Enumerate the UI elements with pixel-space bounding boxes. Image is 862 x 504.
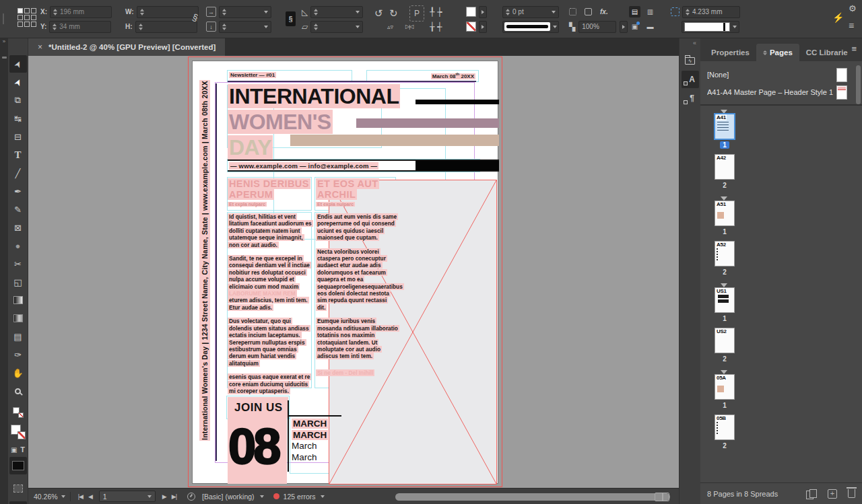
note-tool[interactable]: ▤ [9,328,27,345]
new-page-icon[interactable]: + [828,489,837,499]
cc-libraries-panel-icon[interactable]: ϟ [682,52,699,69]
gear-icon[interactable]: ⚙ [849,3,857,14]
text-wrap-none-icon[interactable]: ▤ [629,6,640,17]
type-tool[interactable]: T [9,146,27,164]
free-transform-tool[interactable]: ◱ [9,273,27,291]
tab-cc-libraries[interactable]: CC Librarie [799,44,855,61]
page-thumbnail[interactable]: US2 [715,328,734,353]
align-bottom-icon[interactable]: ╁ [430,22,434,32]
view-options-button[interactable] [9,480,27,497]
page-item[interactable]: A52 2 [711,242,738,277]
pen-tool[interactable]: ✒ [9,182,27,200]
close-tab-icon[interactable]: × [38,42,42,52]
spread-expander-icon[interactable] [711,108,738,114]
frame-options-icon[interactable] [585,8,592,15]
swap-fill-stroke[interactable] [9,404,27,421]
preflight-icon[interactable] [187,493,195,501]
page-thumbnail[interactable]: 05B [715,415,734,439]
direct-selection-tool[interactable]: ➤ [9,73,27,91]
page-tool[interactable]: ⧉ [9,92,27,109]
masters-scrollbar[interactable] [856,65,861,104]
corner-options-icon[interactable] [569,8,576,15]
page-thumbnail[interactable]: A41 [715,114,734,139]
dock-grip[interactable] [2,57,7,59]
effects-icon[interactable]: fx. [600,8,608,15]
quick-actions-icon[interactable]: ⚡ [832,12,844,23]
col2-body-text[interactable]: Endis aut eum venis dis same poreperrume… [316,213,398,383]
col1-body-text[interactable]: Id quistist, hilitias et vent litatium f… [228,213,312,401]
gap-tool[interactable]: ↹ [9,110,27,127]
eyedropper-tool[interactable]: ✑ [9,346,27,363]
page-thumbnail[interactable]: A51 [715,201,734,225]
y-field[interactable]: 34 mm [49,21,111,33]
text-wrap-bounding-icon[interactable]: ▥ [644,6,656,17]
zoom-tool[interactable] [9,382,27,400]
fill-swatch[interactable] [466,7,476,17]
page-item[interactable]: A41 1 [711,114,738,150]
page-thumbnail[interactable]: 05A [715,375,734,399]
master-item-a41[interactable]: A41-A4 Master Page – Header Style 1 [707,83,857,101]
panel-menu-icon[interactable]: ≡ [849,20,854,31]
horizontal-scrollbar[interactable] [395,493,670,501]
frame-fitting-icon[interactable] [671,7,679,16]
expand-dock-icon[interactable]: » [0,38,8,44]
stroke-swatch[interactable] [466,22,476,32]
document-tab[interactable]: × *Untitled-2 @ 40% [GPU Preview] [Conve… [28,38,225,56]
delete-page-icon[interactable] [848,489,855,498]
w-field[interactable] [137,6,199,18]
text-wrap-shape-icon[interactable]: ▣ [629,21,640,32]
spread-expander-icon[interactable] [711,195,738,201]
page-thumbnail[interactable]: A42 [715,155,734,179]
zoom-level[interactable]: 40.26% [34,493,58,501]
preflight-profile[interactable]: [Basic] (working) [202,493,255,501]
content-collector-tool[interactable]: ⊟ [9,128,27,145]
gap-width-field[interactable]: 4.233 mm [682,6,740,18]
stroke-weight-field[interactable]: 0 pt [502,6,559,18]
page-item[interactable]: 05A 1 [711,375,738,410]
swatch-select[interactable] [682,21,739,33]
link-scale-icon[interactable]: § [286,11,296,26]
opacity-field[interactable]: 100% [578,21,616,33]
y-stepper[interactable] [53,24,57,30]
canvas[interactable]: Newsletter — #01 March 08th 20XX Interna… [28,56,679,488]
w-stepper[interactable] [140,9,144,15]
opacity-options-button[interactable] [620,21,628,33]
error-count[interactable]: 125 errors [284,493,316,501]
content-grabber-proxy[interactable]: P [409,5,424,22]
panel-menu-icon[interactable]: ≡ [851,44,857,54]
x-field[interactable]: 196 mm [50,6,112,18]
page-item[interactable]: US2 2 [711,328,738,364]
page-number-field[interactable]: 1 [99,491,156,502]
panel-drag-handle[interactable] [3,13,4,24]
ellipse-tool[interactable]: ● [9,237,27,254]
scale-x-field[interactable] [219,6,271,18]
stroke-style-select[interactable] [502,21,559,33]
collapse-panels-icon[interactable]: « [679,38,700,50]
align-center-icon[interactable]: ┾ [437,7,442,17]
flip-vertical-icon[interactable]: ▵▿ [387,22,393,32]
x-stepper[interactable] [53,9,57,15]
shear-angle-field[interactable] [310,21,363,33]
rotate-cw-icon[interactable]: ↻ [389,8,398,19]
page-item[interactable]: 05B 2 [711,415,738,451]
spread-expander-icon[interactable] [711,282,738,288]
gradient-tool[interactable] [9,291,27,309]
fill-stroke-control[interactable] [9,422,27,442]
master-item-none[interactable]: [None] [707,66,857,83]
h-field[interactable] [135,21,197,33]
page-thumbnail[interactable]: A52 [715,242,734,266]
prev-page-button[interactable]: ◀ [88,493,92,500]
rectangle-frame-tool[interactable]: ⊠ [9,219,27,236]
edit-spread-icon[interactable] [806,489,817,498]
page-thumbnail[interactable]: US1 [715,288,734,312]
tab-pages[interactable]: Pages [756,44,799,61]
line-tool[interactable]: ╱ [9,164,27,182]
character-styles-panel-icon[interactable]: A [682,71,699,88]
pencil-tool[interactable]: ✎ [9,201,27,218]
next-page-button[interactable]: ▶ [162,493,166,500]
flip-horizontal-icon[interactable]: ▷|◁ [405,22,413,32]
fill-options-button[interactable] [479,6,487,18]
last-page-button[interactable]: ▶| [172,493,176,500]
document-page[interactable]: Newsletter — #01 March 08th 20XX Interna… [192,61,498,484]
hand-tool[interactable]: ✋ [9,364,27,382]
